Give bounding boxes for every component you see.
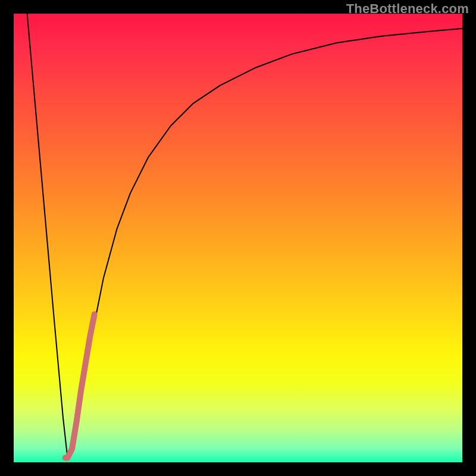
series-pink-overlay [65,314,95,458]
series-black-curve [27,14,462,458]
chart-frame: TheBottleneck.com [0,0,476,476]
watermark-text: TheBottleneck.com [346,1,469,17]
chart-svg [0,0,476,476]
